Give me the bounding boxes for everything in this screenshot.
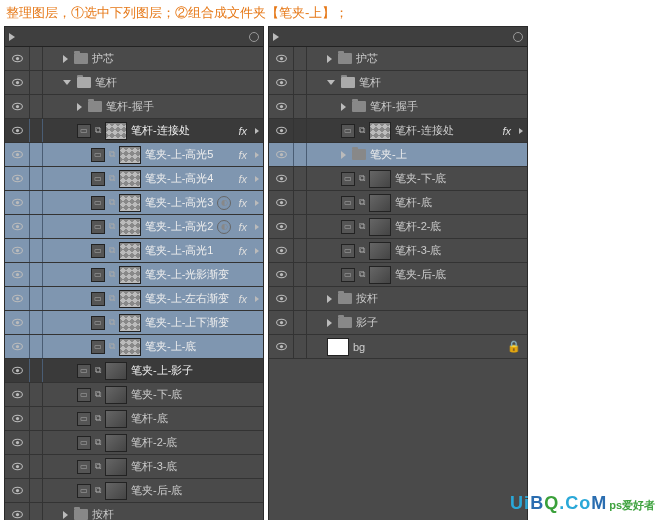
layer-thumbnail[interactable]	[105, 482, 127, 500]
fx-expand-icon[interactable]	[255, 224, 259, 230]
fx-badge[interactable]: fx	[238, 293, 247, 305]
link-column[interactable]	[293, 167, 307, 190]
link-column[interactable]	[29, 503, 43, 520]
fx-badge[interactable]: fx	[238, 197, 247, 209]
fx-expand-icon[interactable]	[255, 128, 259, 134]
link-column[interactable]	[293, 191, 307, 214]
fx-badge[interactable]: fx	[238, 149, 247, 161]
layer-thumbnail[interactable]	[105, 122, 127, 140]
panel-header[interactable]	[5, 27, 263, 47]
layer-row[interactable]: ▭⧉笔夹-上-高光3◐fx	[5, 191, 263, 215]
layer-thumbnail[interactable]	[105, 458, 127, 476]
link-column[interactable]	[293, 119, 307, 142]
layer-row[interactable]: bg🔒	[269, 335, 527, 359]
layer-row[interactable]: ▭⧉笔夹-上-左右渐变fx	[5, 287, 263, 311]
link-column[interactable]	[29, 431, 43, 454]
fx-expand-icon[interactable]	[255, 248, 259, 254]
panel-header[interactable]	[269, 27, 527, 47]
layer-thumbnail[interactable]	[369, 194, 391, 212]
layer-thumbnail[interactable]	[119, 266, 141, 284]
link-column[interactable]	[29, 71, 43, 94]
expand-arrow-icon[interactable]	[63, 511, 68, 519]
fx-expand-icon[interactable]	[255, 152, 259, 158]
layer-row[interactable]: ▭⧉笔杆-连接处fx	[5, 119, 263, 143]
link-column[interactable]	[29, 311, 43, 334]
link-column[interactable]	[293, 263, 307, 286]
layer-row[interactable]: ▭⧉笔杆-底	[269, 191, 527, 215]
visibility-toggle[interactable]	[5, 292, 29, 305]
fx-badge[interactable]: fx	[238, 125, 247, 137]
link-column[interactable]	[293, 47, 307, 70]
layer-thumbnail[interactable]	[105, 386, 127, 404]
visibility-toggle[interactable]	[5, 196, 29, 209]
layer-row[interactable]: ▭⧉笔夹-上-高光5fx	[5, 143, 263, 167]
layer-thumbnail[interactable]	[119, 170, 141, 188]
layer-thumbnail[interactable]	[119, 194, 141, 212]
link-column[interactable]	[29, 143, 43, 166]
layer-row[interactable]: ▭⧉笔夹-上-上下渐变	[5, 311, 263, 335]
filter-icon[interactable]	[249, 32, 259, 42]
visibility-toggle[interactable]	[5, 220, 29, 233]
fx-badge[interactable]: fx	[238, 173, 247, 185]
link-column[interactable]	[293, 143, 307, 166]
link-column[interactable]	[293, 95, 307, 118]
expand-arrow-icon[interactable]	[327, 55, 332, 63]
visibility-toggle[interactable]	[5, 268, 29, 281]
visibility-toggle[interactable]	[269, 340, 293, 353]
visibility-toggle[interactable]	[269, 124, 293, 137]
layer-row[interactable]: ▭⧉笔夹-上-光影渐变	[5, 263, 263, 287]
visibility-toggle[interactable]	[5, 148, 29, 161]
layer-thumbnail[interactable]	[119, 146, 141, 164]
collapse-arrow-icon[interactable]	[63, 80, 71, 85]
visibility-toggle[interactable]	[5, 124, 29, 137]
layer-row[interactable]: ▭⧉笔夹-后-底	[269, 263, 527, 287]
link-column[interactable]	[29, 119, 43, 142]
link-column[interactable]	[29, 479, 43, 502]
layer-row[interactable]: ▭⧉笔夹-下-底	[269, 167, 527, 191]
layer-thumbnail[interactable]	[105, 410, 127, 428]
layer-row[interactable]: ▭⧉笔杆-2-底	[5, 431, 263, 455]
layer-thumbnail[interactable]	[119, 290, 141, 308]
fx-expand-icon[interactable]	[255, 200, 259, 206]
link-column[interactable]	[29, 239, 43, 262]
layer-row[interactable]: 笔杆-握手	[5, 95, 263, 119]
link-column[interactable]	[29, 287, 43, 310]
visibility-toggle[interactable]	[269, 172, 293, 185]
layer-row[interactable]: ▭⧉笔夹-上-高光2◐fx	[5, 215, 263, 239]
layer-row[interactable]: ▭⧉笔杆-3-底	[269, 239, 527, 263]
layer-row[interactable]: ▭⧉笔夹-上-高光1fx	[5, 239, 263, 263]
visibility-toggle[interactable]	[269, 76, 293, 89]
layer-row[interactable]: 按杆	[269, 287, 527, 311]
link-column[interactable]	[29, 407, 43, 430]
visibility-toggle[interactable]	[5, 364, 29, 377]
link-column[interactable]	[29, 215, 43, 238]
visibility-toggle[interactable]	[269, 100, 293, 113]
link-column[interactable]	[293, 215, 307, 238]
layer-thumbnail[interactable]	[119, 242, 141, 260]
link-column[interactable]	[29, 455, 43, 478]
lock-icon[interactable]: 🔒	[507, 340, 521, 353]
link-column[interactable]	[293, 335, 307, 358]
visibility-toggle[interactable]	[269, 196, 293, 209]
link-column[interactable]	[29, 263, 43, 286]
visibility-toggle[interactable]	[5, 412, 29, 425]
layer-row[interactable]: ▭⧉笔夹-上-影子	[5, 359, 263, 383]
visibility-toggle[interactable]	[269, 316, 293, 329]
layer-row[interactable]: ▭⧉笔夹-下-底	[5, 383, 263, 407]
expand-arrow-icon[interactable]	[327, 295, 332, 303]
layer-row[interactable]: ▭⧉笔夹-上-高光4fx	[5, 167, 263, 191]
link-column[interactable]	[29, 359, 43, 382]
fx-expand-icon[interactable]	[519, 128, 523, 134]
visibility-toggle[interactable]	[5, 340, 29, 353]
link-column[interactable]	[29, 167, 43, 190]
filter-icon[interactable]	[513, 32, 523, 42]
visibility-toggle[interactable]	[5, 316, 29, 329]
layer-thumbnail[interactable]	[119, 314, 141, 332]
layer-row[interactable]: 笔夹-上	[269, 143, 527, 167]
fx-expand-icon[interactable]	[255, 296, 259, 302]
fx-expand-icon[interactable]	[255, 176, 259, 182]
layer-row[interactable]: 护芯	[269, 47, 527, 71]
visibility-toggle[interactable]	[5, 76, 29, 89]
link-column[interactable]	[29, 95, 43, 118]
layer-row[interactable]: ▭⧉笔夹-上-底	[5, 335, 263, 359]
